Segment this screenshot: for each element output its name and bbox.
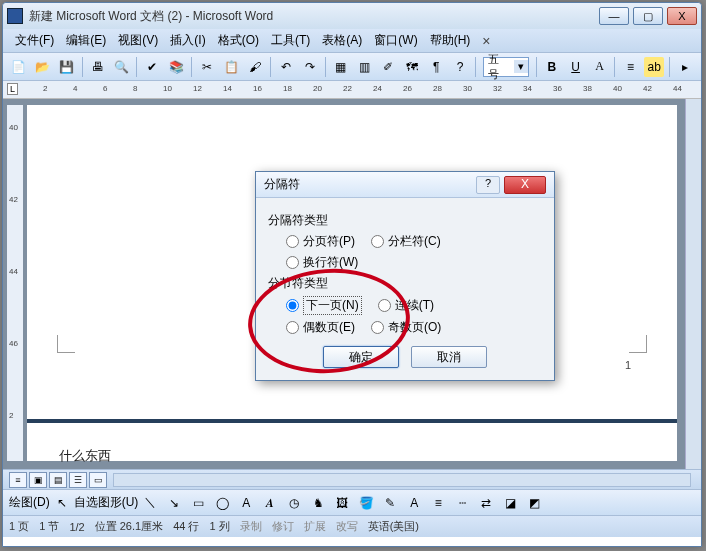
- para-icon[interactable]: ¶: [426, 57, 446, 77]
- clipart-icon[interactable]: ♞: [308, 493, 328, 513]
- menu-tools[interactable]: 工具(T): [265, 30, 316, 51]
- radio-continuous[interactable]: 连续(T): [378, 297, 434, 314]
- vertical-ruler[interactable]: 404244462: [7, 105, 23, 461]
- help-icon[interactable]: ?: [450, 57, 470, 77]
- redo-icon[interactable]: ↷: [300, 57, 320, 77]
- web-view-icon[interactable]: ▣: [29, 472, 47, 488]
- font-size-select[interactable]: 五号 ▾: [483, 57, 529, 77]
- group-section-break: 分节符类型: [268, 275, 542, 292]
- ok-button[interactable]: 确定: [323, 346, 399, 368]
- horizontal-ruler[interactable]: L 24681012141618202224262830323436384042…: [3, 81, 701, 99]
- table-icon[interactable]: ▦: [331, 57, 351, 77]
- align-justify-icon[interactable]: ≡: [620, 57, 640, 77]
- word-icon: [7, 8, 23, 24]
- titlebar: 新建 Microsoft Word 文档 (2) - Microsoft Wor…: [3, 3, 701, 29]
- menu-file[interactable]: 文件(F): [9, 30, 60, 51]
- status-section: 1 节: [39, 519, 59, 534]
- line-icon[interactable]: ＼: [140, 493, 160, 513]
- diagram-icon[interactable]: ◷: [284, 493, 304, 513]
- highlight-icon[interactable]: ab: [644, 57, 664, 77]
- page-number: 1: [625, 359, 631, 371]
- radio-even-page[interactable]: 偶数页(E): [286, 319, 355, 336]
- arrowstyle-icon[interactable]: ⇄: [476, 493, 496, 513]
- status-rev[interactable]: 修订: [272, 519, 294, 534]
- drawing-icon[interactable]: ✐: [378, 57, 398, 77]
- bold-button[interactable]: B: [542, 57, 562, 77]
- new-icon[interactable]: 📄: [9, 57, 29, 77]
- dialog-close-button[interactable]: X: [504, 176, 546, 194]
- research-icon[interactable]: 📚: [166, 57, 186, 77]
- break-dialog: 分隔符 ? X 分隔符类型 分页符(P) 分栏符(C) 换行符(W) 分节符类型…: [255, 171, 555, 381]
- menu-window[interactable]: 窗口(W): [368, 30, 423, 51]
- print-view-icon[interactable]: ▤: [49, 472, 67, 488]
- maximize-button[interactable]: ▢: [633, 7, 663, 25]
- outline-view-icon[interactable]: ☰: [69, 472, 87, 488]
- lineweight-icon[interactable]: ≡: [428, 493, 448, 513]
- open-icon[interactable]: 📂: [33, 57, 53, 77]
- page-break-line: [27, 419, 677, 423]
- dialog-titlebar[interactable]: 分隔符 ? X: [256, 172, 554, 198]
- textbox-icon[interactable]: A: [236, 493, 256, 513]
- radio-column-break[interactable]: 分栏符(C): [371, 233, 441, 250]
- toolbar-options-icon[interactable]: ▸: [675, 57, 695, 77]
- picture-icon[interactable]: 🖼: [332, 493, 352, 513]
- save-icon[interactable]: 💾: [57, 57, 77, 77]
- menu-view[interactable]: 视图(V): [112, 30, 164, 51]
- menu-format[interactable]: 格式(O): [212, 30, 265, 51]
- autoshapes-menu[interactable]: 自选图形(U): [74, 494, 139, 511]
- char-border-icon[interactable]: A: [590, 57, 610, 77]
- window-title: 新建 Microsoft Word 文档 (2) - Microsoft Wor…: [29, 8, 599, 25]
- chevron-down-icon[interactable]: ▾: [514, 60, 528, 73]
- dialog-help-button[interactable]: ?: [476, 176, 500, 194]
- cancel-button[interactable]: 取消: [411, 346, 487, 368]
- minimize-button[interactable]: —: [599, 7, 629, 25]
- menu-help[interactable]: 帮助(H): [424, 30, 477, 51]
- radio-next-page[interactable]: 下一页(N): [286, 296, 362, 315]
- status-ext[interactable]: 扩展: [304, 519, 326, 534]
- shadow-icon[interactable]: ◪: [500, 493, 520, 513]
- view-buttons-bar: ≡ ▣ ▤ ☰ ▭: [3, 469, 701, 489]
- reading-view-icon[interactable]: ▭: [89, 472, 107, 488]
- status-lang[interactable]: 英语(美国): [368, 519, 419, 534]
- ruler-corner[interactable]: L: [7, 83, 18, 95]
- cut-icon[interactable]: ✂: [197, 57, 217, 77]
- preview-icon[interactable]: 🔍: [112, 57, 132, 77]
- vertical-scrollbar[interactable]: [685, 99, 701, 469]
- menu-insert[interactable]: 插入(I): [164, 30, 211, 51]
- oval-icon[interactable]: ◯: [212, 493, 232, 513]
- 3d-icon[interactable]: ◩: [524, 493, 544, 513]
- menu-table[interactable]: 表格(A): [316, 30, 368, 51]
- paste-icon[interactable]: 📋: [221, 57, 241, 77]
- format-painter-icon[interactable]: 🖌: [245, 57, 265, 77]
- status-rec[interactable]: 录制: [240, 519, 262, 534]
- doc-close-x[interactable]: ×: [478, 33, 494, 49]
- dash-icon[interactable]: ┄: [452, 493, 472, 513]
- normal-view-icon[interactable]: ≡: [9, 472, 27, 488]
- status-ovr[interactable]: 改写: [336, 519, 358, 534]
- map-icon[interactable]: 🗺: [402, 57, 422, 77]
- fontcolor-icon[interactable]: A: [404, 493, 424, 513]
- print-icon[interactable]: 🖶: [88, 57, 108, 77]
- select-icon[interactable]: ↖: [52, 493, 72, 513]
- columns-icon[interactable]: ▥: [355, 57, 375, 77]
- underline-button[interactable]: U: [566, 57, 586, 77]
- spell-icon[interactable]: ✔: [142, 57, 162, 77]
- fill-icon[interactable]: 🪣: [356, 493, 376, 513]
- undo-icon[interactable]: ↶: [276, 57, 296, 77]
- rect-icon[interactable]: ▭: [188, 493, 208, 513]
- draw-menu[interactable]: 绘图(D): [9, 494, 50, 511]
- radio-page-break[interactable]: 分页符(P): [286, 233, 355, 250]
- status-pages: 1/2: [69, 521, 84, 533]
- radio-odd-page[interactable]: 奇数页(O): [371, 319, 441, 336]
- status-bar: 1 页 1 节 1/2 位置 26.1厘米 44 行 1 列 录制 修订 扩展 …: [3, 515, 701, 537]
- close-button[interactable]: X: [667, 7, 697, 25]
- wordart-icon[interactable]: 𝑨: [260, 493, 280, 513]
- status-col: 1 列: [209, 519, 229, 534]
- menu-bar: 文件(F) 编辑(E) 视图(V) 插入(I) 格式(O) 工具(T) 表格(A…: [3, 29, 701, 53]
- arrow-icon[interactable]: ↘: [164, 493, 184, 513]
- menu-edit[interactable]: 编辑(E): [60, 30, 112, 51]
- document-text[interactable]: 什么东西: [59, 447, 111, 465]
- horizontal-scrollbar[interactable]: [113, 473, 691, 487]
- linecolor-icon[interactable]: ✎: [380, 493, 400, 513]
- radio-line-break[interactable]: 换行符(W): [286, 254, 358, 271]
